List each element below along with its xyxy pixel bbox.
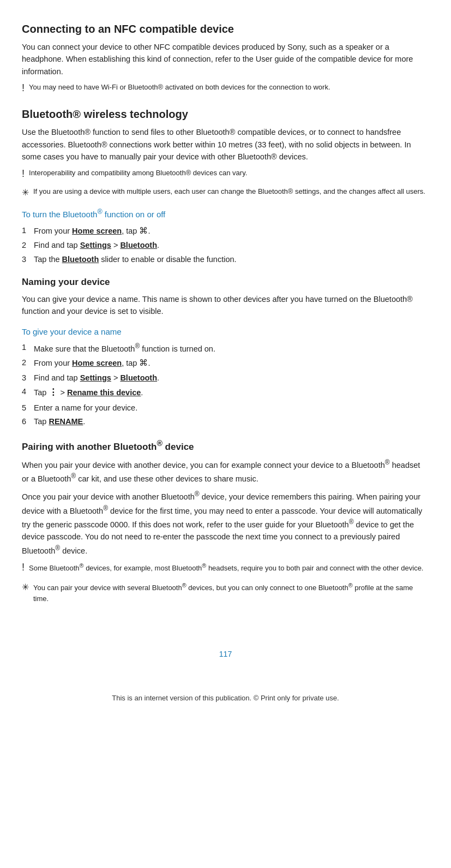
turn-bluetooth-steps: 1 From your Home screen, tap ⌘. 2 Find a… — [22, 224, 429, 266]
step-item: 3 Tap the Bluetooth slider to enable or … — [22, 253, 429, 265]
step-item: 4 Tap ⋮ > Rename this device. — [22, 385, 429, 400]
nfc-note-text: You may need to have Wi-Fi or Bluetooth®… — [29, 82, 330, 93]
naming-heading: Naming your device — [22, 275, 429, 289]
page-footer: 117 This is an internet version of this … — [22, 649, 429, 704]
bluetooth-note-text: Interoperability and compatibility among… — [29, 168, 247, 179]
bluetooth-tip: ✳ If you are using a device with multipl… — [22, 186, 429, 200]
give-name-steps: 1 Make sure that the Bluetooth® function… — [22, 341, 429, 428]
bluetooth-heading: Bluetooth® wireless technology — [22, 106, 429, 123]
bluetooth-body: Use the Bluetooth® function to send file… — [22, 126, 429, 163]
step-item: 1 From your Home screen, tap ⌘. — [22, 224, 429, 238]
naming-body: You can give your device a name. This na… — [22, 293, 429, 318]
pairing-body2: Once you pair your device with another B… — [22, 489, 429, 557]
give-name-heading: To give your device a name — [22, 325, 429, 338]
page-number: 117 — [22, 649, 429, 661]
nfc-body: You can connect your device to other NFC… — [22, 41, 429, 78]
nfc-note: ! You may need to have Wi-Fi or Bluetoot… — [22, 82, 429, 96]
pairing-section: Pairing with another Bluetooth® device W… — [22, 438, 429, 605]
give-name-subsection: To give your device a name 1 Make sure t… — [22, 325, 429, 428]
tip-icon-1: ✳ — [22, 186, 29, 200]
step-item: 6 Tap RENAME. — [22, 415, 429, 427]
turn-bluetooth-heading: To turn the Bluetooth® function on or of… — [22, 207, 429, 221]
pairing-note: ! Some Bluetooth® devices, for example, … — [22, 561, 429, 575]
nfc-section: Connecting to an NFC compatible device Y… — [22, 21, 429, 96]
step-item: 2 Find and tap Settings > Bluetooth. — [22, 239, 429, 251]
step-item: 5 Enter a name for your device. — [22, 402, 429, 414]
bluetooth-tip-text: If you are using a device with multiple … — [33, 186, 425, 197]
pairing-heading: Pairing with another Bluetooth® device — [22, 438, 429, 454]
bluetooth-note: ! Interoperability and compatibility amo… — [22, 168, 429, 182]
tip-icon-2: ✳ — [22, 581, 29, 594]
pairing-note-text: Some Bluetooth® devices, for example, mo… — [29, 561, 423, 574]
bluetooth-section: Bluetooth® wireless technology Use the B… — [22, 106, 429, 265]
naming-section: Naming your device You can give your dev… — [22, 275, 429, 427]
exclamation-icon: ! — [22, 81, 25, 96]
copyright-text: This is an internet version of this publ… — [22, 693, 429, 704]
step-item: 1 Make sure that the Bluetooth® function… — [22, 341, 429, 355]
step-item: 2 From your Home screen, tap ⌘. — [22, 356, 429, 370]
pairing-tip: ✳ You can pair your device with several … — [22, 581, 429, 605]
exclamation-icon-2: ! — [22, 167, 25, 182]
step-item: 3 Find and tap Settings > Bluetooth. — [22, 372, 429, 384]
nfc-heading: Connecting to an NFC compatible device — [22, 21, 429, 38]
pairing-body1: When you pair your device with another d… — [22, 457, 429, 485]
pairing-tip-text: You can pair your device with several Bl… — [33, 581, 429, 605]
exclamation-icon-3: ! — [22, 560, 25, 575]
turn-bluetooth-subsection: To turn the Bluetooth® function on or of… — [22, 207, 429, 265]
